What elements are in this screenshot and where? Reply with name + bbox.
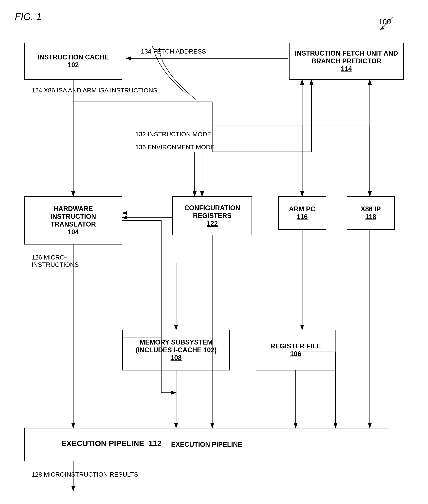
execution-pipeline-label: EXECUTION PIPELINE 112 — [61, 439, 162, 448]
register-file-box: REGISTER FILE 106 — [256, 330, 336, 370]
microinstruction-results-label: 128 MICROINSTRUCTION RESULTS — [32, 471, 138, 478]
figure-title: FIG. 1 — [15, 11, 41, 22]
svg-line-0 — [382, 18, 393, 29]
micro-instructions-label: 126 MICRO- INSTRUCTIONS — [32, 254, 79, 268]
environment-mode-label: 136 ENVIRONMENT MODE — [135, 144, 215, 151]
x86-ip-box: X86 IP 118 — [347, 196, 395, 230]
hardware-translator-box: HARDWARE INSTRUCTION TRANSLATOR 104 — [24, 196, 122, 245]
fetch-unit-box: INSTRUCTION FETCH UNIT AND BRANCH PREDIC… — [289, 43, 404, 80]
instruction-cache-box: INSTRUCTION CACHE 102 — [24, 43, 122, 80]
memory-subsystem-box: MEMORY SUBSYSTEM (INCLUDES I-CACHE 102) … — [122, 330, 230, 370]
fetch-address-label: 134 FETCH ADDRESS — [141, 48, 206, 55]
ref-100-arrow — [376, 15, 398, 32]
arm-pc-box: ARM PC 116 — [278, 196, 326, 230]
x86-arm-instructions-label: 124 X86 ISA AND ARM ISA INSTRUCTIONS — [32, 87, 157, 94]
config-registers-box: CONFIGURATION REGISTERS 122 — [172, 196, 252, 235]
instruction-mode-label: 132 INSTRUCTION MODE — [135, 131, 211, 138]
